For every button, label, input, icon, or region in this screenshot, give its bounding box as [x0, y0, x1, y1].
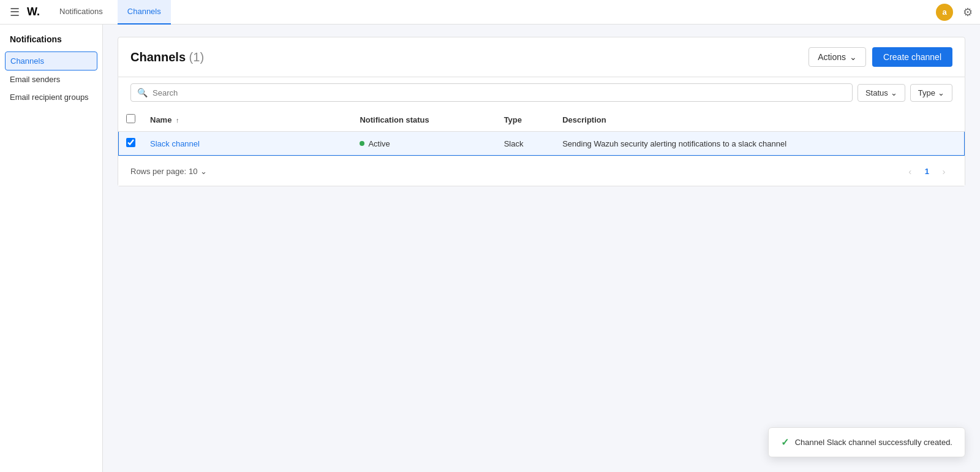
main-content: Channels (1) Actions ⌄ Create channel 🔍 …: [103, 25, 980, 472]
search-input[interactable]: [153, 88, 846, 97]
next-page-button[interactable]: ›: [935, 162, 952, 180]
rows-per-page-value: 10: [189, 167, 197, 176]
th-name[interactable]: Name ↑: [143, 108, 352, 132]
row-status: Active: [352, 132, 496, 156]
tab-notifications[interactable]: Notifications: [50, 0, 113, 25]
app-logo: W.: [27, 6, 40, 18]
current-page: 1: [921, 167, 933, 176]
search-icon: 🔍: [137, 88, 148, 97]
status-dot: [360, 141, 364, 146]
th-type: Type: [497, 108, 556, 132]
th-description: Description: [555, 108, 964, 132]
chevron-down-icon: ⌄: [938, 88, 944, 97]
chevron-down-icon: ⌄: [891, 88, 897, 97]
channel-link[interactable]: Slack channel: [150, 139, 200, 148]
toast-message: Channel Slack channel successfully creat…: [795, 438, 952, 447]
rows-per-page[interactable]: Rows per page: 10 ⌄: [130, 167, 207, 176]
actions-button[interactable]: Actions ⌄: [809, 47, 866, 67]
search-wrap: 🔍: [130, 83, 853, 102]
header-actions: Actions ⌄ Create channel: [809, 47, 952, 67]
channel-count: (1): [189, 50, 204, 64]
toast-notification: ✓ Channel Slack channel successfully cre…: [768, 427, 965, 457]
row-type: Slack: [497, 132, 556, 156]
rows-per-page-label: Rows per page:: [130, 167, 186, 176]
create-channel-button[interactable]: Create channel: [872, 47, 952, 67]
prev-page-button[interactable]: ‹: [902, 162, 919, 180]
sidebar-item-channels[interactable]: Channels: [5, 51, 97, 70]
sidebar-title: Notifications: [0, 34, 102, 51]
pagination-row: Rows per page: 10 ⌄ ‹ 1 ›: [118, 156, 965, 186]
th-notification-status: Notification status: [352, 108, 496, 132]
page-title: Channels (1): [130, 50, 204, 64]
pagination-nav: ‹ 1 ›: [902, 162, 952, 180]
select-all-checkbox[interactable]: [126, 114, 135, 123]
row-checkbox[interactable]: [126, 138, 135, 147]
type-filter-button[interactable]: Type ⌄: [910, 84, 952, 102]
toast-check-icon: ✓: [781, 436, 789, 448]
tab-channels[interactable]: Channels: [118, 0, 171, 25]
layout: Notifications Channels Email senders Ema…: [0, 25, 980, 472]
select-all-header: [119, 108, 143, 132]
settings-icon[interactable]: ⚙: [963, 6, 973, 19]
status-text: Active: [368, 139, 390, 148]
sidebar: Notifications Channels Email senders Ema…: [0, 25, 103, 472]
table-header-row: Name ↑ Notification status Type Descript…: [119, 108, 965, 132]
page-header: Channels (1) Actions ⌄ Create channel: [118, 37, 965, 77]
topbar: ☰ W. Notifications Channels a ⚙: [0, 0, 980, 25]
channels-table: Name ↑ Notification status Type Descript…: [118, 108, 965, 156]
row-name[interactable]: Slack channel: [143, 132, 352, 156]
chevron-down-icon: ⌄: [850, 52, 857, 62]
status-filter-button[interactable]: Status ⌄: [858, 84, 905, 102]
rows-per-page-chevron: ⌄: [200, 167, 207, 176]
table-row[interactable]: Slack channel Active Slack Sending Wazuh…: [119, 132, 965, 156]
sidebar-item-email-recipient-groups[interactable]: Email recipient groups: [0, 88, 102, 106]
sort-icon: ↑: [176, 116, 179, 124]
search-filter-row: 🔍 Status ⌄ Type ⌄: [118, 77, 965, 108]
avatar[interactable]: a: [936, 4, 953, 21]
row-description: Sending Wazuh security alerting notifica…: [555, 132, 964, 156]
table-wrap: Name ↑ Notification status Type Descript…: [118, 108, 965, 186]
sidebar-item-email-senders[interactable]: Email senders: [0, 70, 102, 88]
menu-icon[interactable]: ☰: [7, 3, 22, 21]
row-checkbox-cell: [119, 132, 143, 156]
